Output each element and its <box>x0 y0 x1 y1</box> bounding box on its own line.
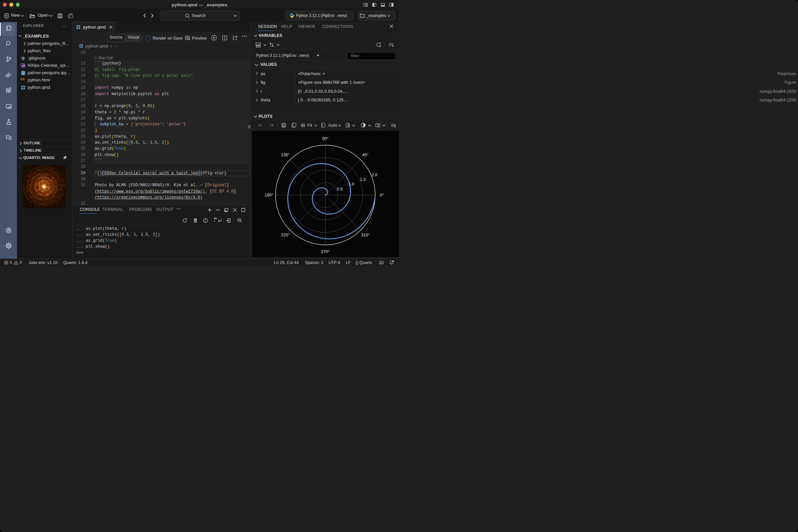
svg-text:1.5: 1.5 <box>360 177 366 182</box>
svg-text:315°: 315° <box>361 233 370 238</box>
svg-text:0°: 0° <box>380 193 384 197</box>
svg-text:225°: 225° <box>281 233 290 238</box>
svg-text:90°: 90° <box>322 136 328 141</box>
svg-text:270°: 270° <box>321 249 330 254</box>
svg-text:135°: 135° <box>281 153 290 157</box>
svg-text:45°: 45° <box>362 153 368 157</box>
svg-text:0.5: 0.5 <box>337 187 342 191</box>
svg-text:2.0: 2.0 <box>372 173 377 177</box>
svg-text:1.0: 1.0 <box>348 182 354 187</box>
svg-text:180°: 180° <box>265 193 273 197</box>
